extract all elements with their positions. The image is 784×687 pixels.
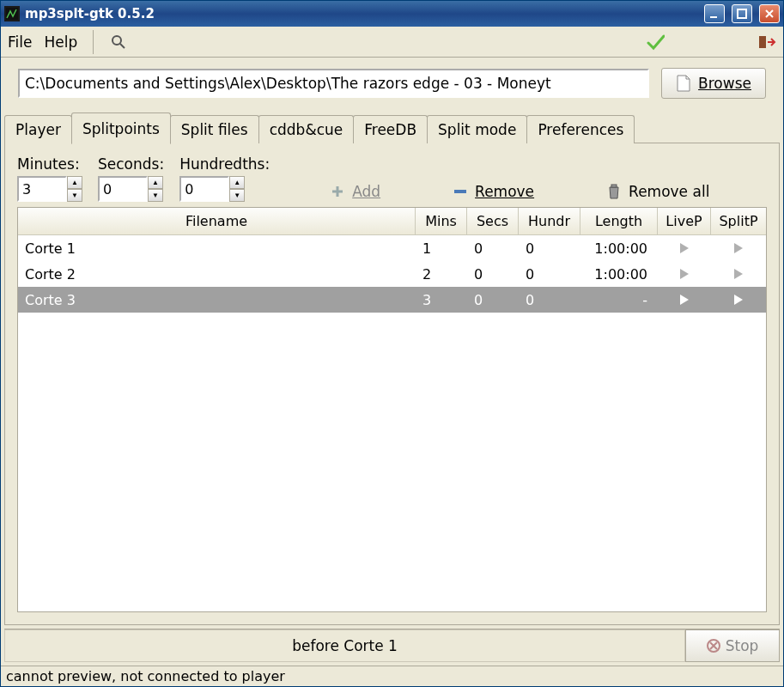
seconds-input[interactable] bbox=[98, 176, 148, 202]
file-icon bbox=[676, 75, 691, 92]
remove-button[interactable]: Remove bbox=[449, 181, 538, 202]
close-button[interactable] bbox=[759, 4, 780, 23]
col-filename[interactable]: Filename bbox=[18, 208, 416, 234]
col-mins[interactable]: Mins bbox=[416, 208, 467, 234]
menu-file[interactable]: File bbox=[8, 33, 32, 51]
remove-label: Remove bbox=[475, 183, 534, 200]
tab-freedb[interactable]: FreeDB bbox=[353, 115, 428, 143]
plus-icon bbox=[330, 184, 345, 199]
play-icon bbox=[734, 243, 743, 253]
trash-icon bbox=[606, 183, 622, 200]
cell-splitp[interactable] bbox=[711, 240, 766, 257]
splitpoints-panel: Minutes: ▲▼ Seconds: ▲▼ Hundredths: ▲▼ bbox=[4, 143, 780, 625]
file-path-input[interactable] bbox=[18, 69, 649, 98]
svg-rect-6 bbox=[454, 190, 466, 193]
window-title: mp3splt-gtk 0.5.2 bbox=[25, 6, 697, 21]
svg-rect-2 bbox=[738, 9, 746, 18]
cell-mins: 1 bbox=[416, 240, 467, 257]
menubar: File Help bbox=[1, 27, 783, 58]
minutes-spinner[interactable]: ▲▼ bbox=[17, 176, 82, 202]
hundredths-down[interactable]: ▼ bbox=[229, 189, 245, 202]
svg-point-3 bbox=[112, 36, 121, 45]
table-body: Corte 11001:00:00Corte 22001:00:00Corte … bbox=[18, 235, 766, 611]
tab-cddb-cue[interactable]: cddb&cue bbox=[258, 115, 355, 143]
exit-icon[interactable] bbox=[757, 33, 776, 52]
menu-help[interactable]: Help bbox=[44, 33, 77, 51]
seconds-down[interactable]: ▼ bbox=[148, 189, 163, 202]
col-livep[interactable]: LiveP bbox=[658, 208, 711, 234]
cell-mins: 3 bbox=[416, 292, 467, 308]
play-icon bbox=[734, 295, 743, 305]
col-hundr[interactable]: Hundr bbox=[519, 208, 580, 234]
hundredths-input[interactable] bbox=[179, 176, 229, 202]
cell-mins: 2 bbox=[416, 266, 467, 283]
add-label: Add bbox=[352, 183, 380, 200]
cell-splitp[interactable] bbox=[711, 292, 766, 308]
cell-length: 1:00:00 bbox=[580, 240, 658, 257]
splitpoint-controls: Minutes: ▲▼ Seconds: ▲▼ Hundredths: ▲▼ bbox=[17, 155, 767, 202]
stop-icon bbox=[707, 639, 720, 653]
cell-livep[interactable] bbox=[658, 266, 711, 283]
hundredths-label: Hundredths: bbox=[179, 155, 270, 173]
stop-label: Stop bbox=[726, 637, 759, 654]
cell-secs: 0 bbox=[467, 266, 519, 283]
app-icon bbox=[4, 6, 20, 21]
cell-splitp[interactable] bbox=[711, 266, 766, 283]
zoom-icon[interactable] bbox=[109, 33, 128, 52]
cell-filename: Corte 2 bbox=[18, 266, 416, 283]
play-icon bbox=[680, 295, 689, 305]
minus-icon bbox=[453, 184, 468, 199]
tab-player[interactable]: Player bbox=[4, 115, 72, 143]
titlebar: mp3splt-gtk 0.5.2 bbox=[1, 1, 783, 27]
cell-hundr: 0 bbox=[519, 266, 580, 283]
preview-label: before Corte 1 bbox=[4, 629, 685, 662]
minimize-button[interactable] bbox=[704, 4, 725, 23]
cell-filename: Corte 3 bbox=[18, 292, 416, 308]
remove-all-label: Remove all bbox=[629, 183, 709, 200]
browse-button[interactable]: Browse bbox=[661, 68, 766, 99]
col-length[interactable]: Length bbox=[580, 208, 658, 234]
stop-button[interactable]: Stop bbox=[685, 629, 780, 662]
minutes-up[interactable]: ▲ bbox=[67, 176, 82, 189]
app-window: mp3splt-gtk 0.5.2 File Help bbox=[0, 0, 784, 687]
table-header: Filename Mins Secs Hundr Length LiveP Sp… bbox=[18, 208, 766, 235]
play-icon bbox=[734, 269, 743, 279]
table-row[interactable]: Corte 22001:00:00 bbox=[18, 261, 766, 287]
maximize-button[interactable] bbox=[732, 4, 752, 23]
cell-length: 1:00:00 bbox=[580, 266, 658, 283]
play-icon bbox=[680, 269, 689, 279]
cell-length: - bbox=[580, 292, 658, 308]
play-icon bbox=[680, 243, 689, 253]
seconds-spinner[interactable]: ▲▼ bbox=[98, 176, 164, 202]
seconds-label: Seconds: bbox=[98, 155, 164, 173]
cell-hundr: 0 bbox=[519, 292, 580, 308]
col-splitp[interactable]: SplitP bbox=[711, 208, 766, 234]
table-row[interactable]: Corte 3300- bbox=[18, 287, 766, 313]
remove-all-button[interactable]: Remove all bbox=[603, 181, 713, 202]
minutes-down[interactable]: ▼ bbox=[67, 189, 82, 202]
hundredths-spinner[interactable]: ▲▼ bbox=[179, 176, 270, 202]
preview-bar: before Corte 1 Stop bbox=[4, 629, 780, 662]
svg-rect-7 bbox=[611, 185, 617, 187]
tab-strip: Player Splitpoints Split files cddb&cue … bbox=[1, 111, 783, 143]
tab-split-files[interactable]: Split files bbox=[170, 115, 259, 143]
minutes-label: Minutes: bbox=[17, 155, 82, 173]
add-button[interactable]: Add bbox=[326, 181, 384, 202]
statusbar: cannot preview, not connected to player bbox=[1, 666, 783, 686]
hundredths-up[interactable]: ▲ bbox=[229, 176, 245, 189]
cell-hundr: 0 bbox=[519, 240, 580, 257]
check-icon[interactable] bbox=[646, 33, 665, 52]
cell-livep[interactable] bbox=[658, 292, 711, 308]
seconds-up[interactable]: ▲ bbox=[148, 176, 163, 189]
svg-line-4 bbox=[120, 44, 125, 48]
tab-preferences[interactable]: Preferences bbox=[526, 115, 635, 143]
table-row[interactable]: Corte 11001:00:00 bbox=[18, 235, 766, 261]
tab-splitpoints[interactable]: Splitpoints bbox=[71, 112, 171, 144]
minutes-input[interactable] bbox=[17, 176, 67, 202]
path-area: Browse bbox=[1, 58, 783, 104]
cell-secs: 0 bbox=[467, 292, 519, 308]
cell-filename: Corte 1 bbox=[18, 240, 416, 257]
tab-split-mode[interactable]: Split mode bbox=[427, 115, 527, 143]
col-secs[interactable]: Secs bbox=[467, 208, 519, 234]
cell-livep[interactable] bbox=[658, 240, 711, 257]
